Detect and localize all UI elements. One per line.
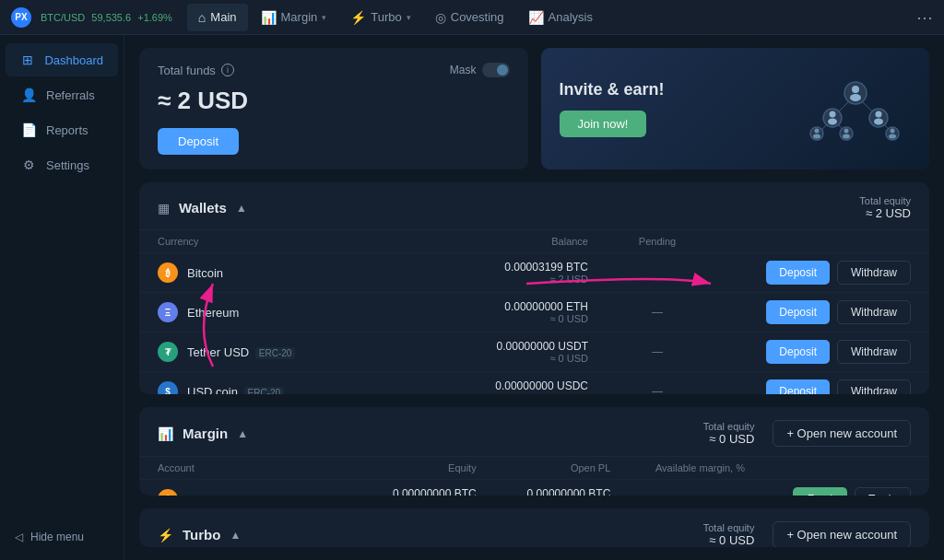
coin-name-btc: Bitcoin: [187, 266, 223, 280]
action-cell-usdt: Deposit Withdraw: [726, 340, 911, 364]
logo-icon: PX: [11, 7, 31, 28]
btc-price: BTC/USD 59,535.6 +1.69%: [37, 12, 172, 23]
nav-covesting[interactable]: ◎ Covesting: [424, 4, 515, 31]
withdraw-eth-button[interactable]: Withdraw: [837, 300, 911, 324]
hide-menu-button[interactable]: ◁ Hide menu: [0, 521, 124, 553]
deposit-usdt-button[interactable]: Deposit: [766, 340, 830, 364]
reports-icon: 📄: [20, 122, 37, 137]
svg-point-6: [852, 86, 859, 93]
wallets-icon: ▦: [158, 201, 170, 216]
sidebar-item-dashboard[interactable]: ⊞ Dashboard: [6, 43, 118, 76]
svg-point-18: [844, 129, 849, 134]
open-pl-cell: 0.00000000 BTC ≈ 0 USD: [477, 487, 611, 496]
pending-usdc: —: [588, 385, 726, 394]
nav-margin[interactable]: 📊 Margin ▾: [250, 4, 338, 31]
open-new-account-button[interactable]: + Open new account: [773, 420, 911, 447]
action-cell-usdc: Deposit Withdraw: [726, 379, 911, 394]
currency-cell-eth: Ξ Ethereum: [158, 302, 342, 322]
referrals-icon: 👤: [20, 88, 37, 102]
table-row: ₮ Tether USD ERC-20 0.00000000 USDT ≈ 0 …: [139, 332, 929, 371]
withdraw-usdt-button[interactable]: Withdraw: [837, 340, 911, 364]
svg-point-9: [830, 111, 836, 118]
turbo-title: Turbo: [183, 527, 220, 542]
turbo-header: ⚡ Turbo ▲ Total equity ≈ 0 USD + Open ne…: [139, 508, 929, 547]
coin-name-eth: Ethereum: [187, 306, 239, 320]
turbo-collapse-icon[interactable]: ▲: [230, 529, 241, 542]
usdc-icon: $: [158, 381, 178, 394]
margin-icon: 📊: [261, 10, 277, 25]
turbo-section-icon: ⚡: [158, 528, 173, 542]
deposit-eth-button[interactable]: Deposit: [766, 300, 830, 324]
invite-content: Invite & earn! Join now!: [560, 80, 665, 137]
fund-button[interactable]: Fund: [793, 487, 847, 496]
dashboard-icon: ⊞: [20, 52, 35, 67]
margin-title-row: 📊 Margin ▲: [158, 426, 248, 441]
svg-point-13: [874, 119, 883, 125]
deposit-btc-button[interactable]: Deposit: [766, 261, 830, 285]
network-graph: [800, 76, 911, 141]
deposit-button[interactable]: Deposit: [158, 128, 239, 155]
wallets-table-header: Currency Balance Pending: [139, 230, 929, 252]
equity-cell: 0.00000000 BTC ≈ 0 USD: [342, 487, 477, 496]
invite-card: Invite & earn! Join now!: [541, 48, 930, 169]
trade-button[interactable]: Trade: [855, 487, 911, 496]
turbo-open-account-button[interactable]: + Open new account: [773, 521, 911, 547]
margin-actions: Fund Trade: [745, 487, 911, 496]
table-row: $ USD coin ERC-20 0.00000000 USDC ≈ 0 US…: [139, 371, 929, 394]
nav-items: ⌂ Main 📊 Margin ▾ ⚡ Turbo ▾ ◎ Covesting …: [187, 4, 916, 31]
wallets-header: ▦ Wallets ▲ Total equity ≈ 2 USD: [139, 182, 929, 230]
svg-point-16: [813, 134, 820, 139]
action-cell-btc: Deposit Withdraw: [726, 261, 911, 285]
coin-name-usdt: Tether USD ERC-20: [187, 345, 295, 359]
top-nav: PX BTC/USD 59,535.6 +1.69% ⌂ Main 📊 Marg…: [0, 0, 944, 35]
svg-point-19: [843, 134, 850, 139]
sidebar-item-referrals[interactable]: 👤 Referrals: [6, 78, 118, 111]
svg-point-21: [891, 129, 895, 134]
svg-point-10: [828, 119, 837, 125]
info-icon: i: [221, 64, 234, 76]
mask-toggle[interactable]: Mask: [450, 63, 510, 77]
nav-analysis[interactable]: 📈 Analysis: [517, 4, 604, 31]
settings-icon: ⚙: [20, 158, 37, 172]
analysis-icon: 📈: [528, 10, 544, 25]
more-options-icon[interactable]: ⋯: [916, 7, 933, 28]
sidebar-item-reports[interactable]: 📄 Reports: [6, 113, 118, 146]
content-area: Total funds i Mask ≈ 2 USD Deposit Invit…: [124, 35, 944, 560]
svg-point-22: [889, 134, 896, 139]
balance-cell-eth: 0.00000000 ETH ≈ 0 USD: [342, 300, 588, 324]
withdraw-btc-button[interactable]: Withdraw: [837, 261, 911, 285]
top-row: Total funds i Mask ≈ 2 USD Deposit Invit…: [139, 48, 929, 169]
nav-main[interactable]: ⌂ Main: [187, 4, 248, 31]
join-now-button[interactable]: Join now!: [560, 111, 647, 137]
coin-name-usdc: USD coin ERC-20: [187, 385, 284, 395]
svg-point-7: [850, 94, 861, 101]
eth-icon: Ξ: [158, 302, 178, 322]
margin-collapse-icon[interactable]: ▲: [237, 427, 248, 440]
pending-eth: —: [588, 306, 726, 319]
home-icon: ⌂: [198, 10, 206, 25]
wallets-collapse-icon[interactable]: ▲: [236, 202, 247, 215]
nav-turbo[interactable]: ⚡ Turbo ▾: [339, 4, 421, 31]
svg-point-15: [815, 129, 820, 134]
margin-table-header: Account Equity Open PL Available margin,…: [139, 457, 929, 479]
currency-cell-margin-btc: ₿ Margin BTC: [158, 489, 342, 496]
funds-header: Total funds i Mask: [158, 63, 510, 77]
margin-account-name: Margin BTC: [187, 493, 251, 496]
withdraw-usdc-button[interactable]: Withdraw: [837, 379, 911, 394]
margin-section-icon: 📊: [158, 426, 173, 441]
margin-title: Margin: [183, 426, 228, 441]
table-row: ₿ Bitcoin 0.00003199 BTC ≈ 2 USD Deposit…: [139, 252, 929, 292]
wallets-title: Wallets: [179, 200, 227, 216]
invite-network: [800, 76, 911, 141]
mask-toggle-switch[interactable]: [482, 63, 510, 77]
pending-usdt: —: [588, 345, 726, 358]
wallets-section: ▦ Wallets ▲ Total equity ≈ 2 USD Currenc…: [139, 182, 929, 394]
deposit-usdc-button[interactable]: Deposit: [766, 379, 830, 394]
funds-card: Total funds i Mask ≈ 2 USD Deposit: [139, 48, 528, 169]
funds-amount: ≈ 2 USD: [158, 87, 510, 115]
margin-header: 📊 Margin ▲ Total equity ≈ 0 USD + Open n…: [139, 407, 929, 457]
sidebar-item-settings[interactable]: ⚙ Settings: [6, 148, 118, 181]
currency-cell-btc: ₿ Bitcoin: [158, 262, 342, 283]
logo: PX BTC/USD 59,535.6 +1.69%: [11, 7, 172, 28]
chevron-down-icon: ▾: [407, 13, 411, 22]
